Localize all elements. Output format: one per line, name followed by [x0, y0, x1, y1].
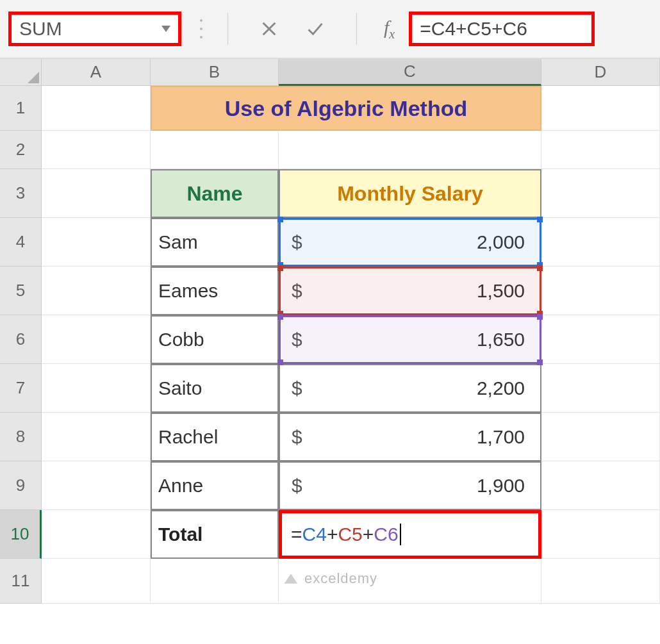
cell-b11[interactable] — [151, 559, 279, 604]
cell-d7[interactable] — [541, 364, 660, 413]
salary-value: 1,650 — [477, 329, 525, 351]
col-header-b[interactable]: B — [151, 59, 279, 86]
column-header-row: A B C D — [0, 59, 660, 86]
cell-c4[interactable]: $2,000 — [279, 218, 541, 267]
row-header-7[interactable]: 7 — [0, 364, 42, 413]
currency-symbol: $ — [292, 231, 302, 253]
row-header-4[interactable]: 4 — [0, 218, 42, 267]
watermark: exceldemy — [283, 570, 377, 587]
enter-button[interactable] — [297, 11, 333, 47]
row-header-6[interactable]: 6 — [0, 315, 42, 364]
sheet-body: 1 2 3 4 5 6 7 8 9 10 11 Use of Algebric … — [0, 86, 660, 604]
chevron-down-icon[interactable] — [161, 26, 170, 32]
table-title[interactable]: Use of Algebric Method — [151, 86, 541, 131]
currency-symbol: $ — [292, 377, 302, 399]
salary-value: 2,000 — [477, 231, 525, 253]
row-headers: 1 2 3 4 5 6 7 8 9 10 11 — [0, 86, 42, 604]
row-header-8[interactable]: 8 — [0, 413, 42, 461]
cell-a5[interactable] — [42, 267, 151, 315]
formula-plus: + — [327, 524, 338, 545]
cell-c8[interactable]: $1,700 — [279, 413, 541, 461]
cell-d1[interactable] — [541, 86, 660, 131]
row-header-11[interactable]: 11 — [0, 559, 42, 604]
cell-d10[interactable] — [541, 510, 660, 559]
cell-b4[interactable]: Sam — [151, 218, 279, 267]
cell-b8[interactable]: Rachel — [151, 413, 279, 461]
cell-c10-editing[interactable]: = C4 + C5 + C6 — [279, 510, 541, 559]
formula-text: =C4+C5+C6 — [420, 18, 527, 40]
currency-symbol: $ — [292, 475, 302, 497]
cell-c7[interactable]: $2,200 — [279, 364, 541, 413]
col-header-c[interactable]: C — [279, 59, 541, 86]
cell-a3[interactable] — [42, 169, 151, 218]
row-header-3[interactable]: 3 — [0, 169, 42, 218]
cell-d4[interactable] — [541, 218, 660, 267]
triangle-icon — [28, 72, 39, 83]
cell-a4[interactable] — [42, 218, 151, 267]
cell-a2[interactable] — [42, 131, 151, 169]
watermark-text: exceldemy — [304, 570, 377, 587]
row-header-10[interactable]: 10 — [0, 510, 42, 559]
formula-plus: + — [363, 524, 374, 545]
row-header-9[interactable]: 9 — [0, 461, 42, 510]
row-header-5[interactable]: 5 — [0, 267, 42, 315]
cell-a8[interactable] — [42, 413, 151, 461]
cell-b7[interactable]: Saito — [151, 364, 279, 413]
formula-ref-c6: C6 — [374, 524, 398, 545]
cell-c9[interactable]: $1,900 — [279, 461, 541, 510]
col-header-a[interactable]: A — [42, 59, 151, 86]
separator — [227, 13, 228, 45]
cell-a9[interactable] — [42, 461, 151, 510]
salary-value: 1,700 — [477, 426, 525, 448]
cell-a1[interactable] — [42, 86, 151, 131]
header-name[interactable]: Name — [151, 169, 279, 218]
cell-d2[interactable] — [541, 131, 660, 169]
row-header-2[interactable]: 2 — [0, 131, 42, 169]
separator — [356, 13, 357, 45]
check-icon — [306, 20, 324, 38]
formula-eq: = — [291, 524, 302, 545]
cell-b5[interactable]: Eames — [151, 267, 279, 315]
name-box[interactable]: SUM — [8, 12, 181, 46]
cell-b9[interactable]: Anne — [151, 461, 279, 510]
col-header-d[interactable]: D — [541, 59, 660, 86]
x-icon — [260, 20, 278, 38]
cell-a7[interactable] — [42, 364, 151, 413]
cell-c5[interactable]: $1,500 — [279, 267, 541, 315]
cell-d5[interactable] — [541, 267, 660, 315]
formula-input[interactable]: =C4+C5+C6 — [409, 12, 595, 46]
cell-d11[interactable] — [541, 559, 660, 604]
row-header-1[interactable]: 1 — [0, 86, 42, 131]
formula-ref-c5: C5 — [338, 524, 362, 545]
cancel-button[interactable] — [251, 11, 287, 47]
name-box-value: SUM — [19, 18, 62, 40]
divider-icon — [199, 19, 203, 38]
cell-c6[interactable]: $1,650 — [279, 315, 541, 364]
formula-ref-c4: C4 — [302, 524, 327, 545]
salary-value: 2,200 — [477, 377, 525, 399]
cell-b10-total-label[interactable]: Total — [151, 510, 279, 559]
cell-a11[interactable] — [42, 559, 151, 604]
cell-d6[interactable] — [541, 315, 660, 364]
insert-function-icon[interactable]: fx — [384, 17, 395, 42]
cell-d9[interactable] — [541, 461, 660, 510]
worksheet-grid[interactable]: Use of Algebric Method Name Monthly Sala… — [42, 86, 660, 604]
cell-a10[interactable] — [42, 510, 151, 559]
cell-b2[interactable] — [151, 131, 279, 169]
currency-symbol: $ — [292, 280, 302, 302]
header-salary[interactable]: Monthly Salary — [279, 169, 541, 218]
currency-symbol: $ — [292, 426, 302, 448]
text-cursor-icon — [400, 524, 401, 545]
currency-symbol: $ — [292, 329, 302, 351]
cell-c2[interactable] — [279, 131, 541, 169]
cell-b6[interactable]: Cobb — [151, 315, 279, 364]
salary-value: 1,900 — [477, 475, 525, 497]
cell-a6[interactable] — [42, 315, 151, 364]
select-all-triangle[interactable] — [0, 59, 42, 86]
logo-icon — [283, 570, 299, 587]
salary-value: 1,500 — [477, 280, 525, 302]
formula-bar: SUM fx =C4+C5+C6 — [0, 0, 660, 59]
cell-d8[interactable] — [541, 413, 660, 461]
cell-d3[interactable] — [541, 169, 660, 218]
